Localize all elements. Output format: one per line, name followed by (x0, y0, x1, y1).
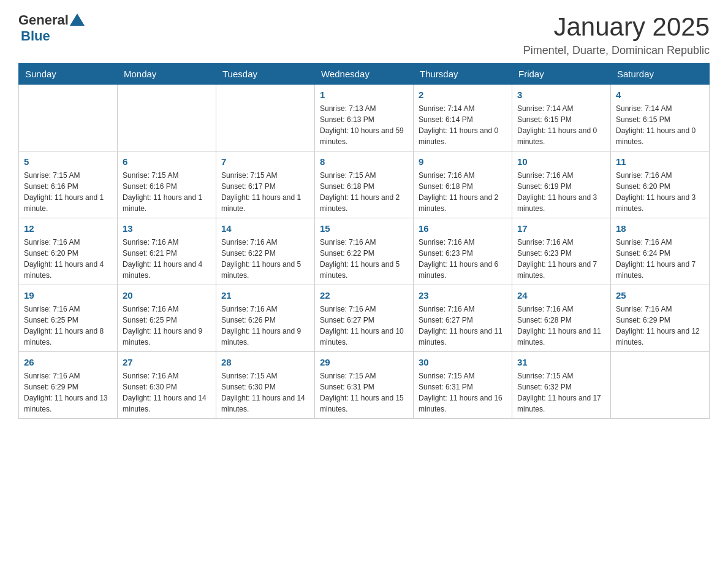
calendar-header-saturday: Saturday (611, 64, 710, 85)
day-info: Sunrise: 7:14 AMSunset: 6:15 PMDaylight:… (517, 103, 605, 147)
calendar-cell: 26Sunrise: 7:16 AMSunset: 6:29 PMDayligh… (19, 352, 118, 419)
day-info: Sunrise: 7:16 AMSunset: 6:26 PMDaylight:… (221, 304, 309, 348)
calendar-cell: 17Sunrise: 7:16 AMSunset: 6:23 PMDayligh… (512, 218, 611, 285)
day-info: Sunrise: 7:16 AMSunset: 6:27 PMDaylight:… (419, 304, 507, 348)
calendar-cell: 1Sunrise: 7:13 AMSunset: 6:13 PMDaylight… (315, 85, 414, 151)
calendar-cell: 27Sunrise: 7:16 AMSunset: 6:30 PMDayligh… (118, 352, 216, 419)
logo-blue-text: Blue (21, 28, 50, 44)
day-info: Sunrise: 7:16 AMSunset: 6:30 PMDaylight:… (123, 370, 211, 415)
day-number: 4 (616, 88, 704, 101)
day-number: 29 (320, 356, 408, 369)
day-number: 22 (320, 289, 408, 302)
day-info: Sunrise: 7:16 AMSunset: 6:19 PMDaylight:… (517, 170, 605, 214)
logo: General Blue (18, 12, 85, 44)
day-info: Sunrise: 7:16 AMSunset: 6:22 PMDaylight:… (320, 237, 408, 281)
calendar-cell: 15Sunrise: 7:16 AMSunset: 6:22 PMDayligh… (315, 218, 414, 285)
calendar-week-4: 19Sunrise: 7:16 AMSunset: 6:25 PMDayligh… (19, 285, 710, 352)
day-number: 18 (616, 222, 704, 235)
logo-triangle-icon (70, 13, 85, 26)
calendar-cell: 10Sunrise: 7:16 AMSunset: 6:19 PMDayligh… (512, 151, 611, 218)
calendar-cell: 30Sunrise: 7:15 AMSunset: 6:31 PMDayligh… (414, 352, 512, 419)
month-title: January 2025 (523, 12, 710, 42)
calendar-cell: 21Sunrise: 7:16 AMSunset: 6:26 PMDayligh… (216, 285, 315, 352)
calendar-cell: 6Sunrise: 7:15 AMSunset: 6:16 PMDaylight… (118, 151, 216, 218)
day-info: Sunrise: 7:14 AMSunset: 6:14 PMDaylight:… (419, 103, 507, 147)
calendar-header-monday: Monday (118, 64, 216, 85)
calendar-cell: 4Sunrise: 7:14 AMSunset: 6:15 PMDaylight… (611, 85, 710, 151)
day-number: 3 (517, 88, 605, 101)
day-number: 1 (320, 88, 408, 101)
calendar-cell (611, 352, 710, 419)
calendar-cell (19, 85, 118, 151)
calendar-cell: 5Sunrise: 7:15 AMSunset: 6:16 PMDaylight… (19, 151, 118, 218)
calendar-cell: 12Sunrise: 7:16 AMSunset: 6:20 PMDayligh… (19, 218, 118, 285)
day-number: 14 (221, 222, 309, 235)
calendar-cell: 22Sunrise: 7:16 AMSunset: 6:27 PMDayligh… (315, 285, 414, 352)
day-number: 8 (320, 155, 408, 168)
calendar-week-3: 12Sunrise: 7:16 AMSunset: 6:20 PMDayligh… (19, 218, 710, 285)
calendar-cell: 11Sunrise: 7:16 AMSunset: 6:20 PMDayligh… (611, 151, 710, 218)
calendar-cell: 2Sunrise: 7:14 AMSunset: 6:14 PMDaylight… (414, 85, 512, 151)
day-info: Sunrise: 7:14 AMSunset: 6:15 PMDaylight:… (616, 103, 704, 147)
day-number: 21 (221, 289, 309, 302)
day-number: 30 (419, 356, 507, 369)
day-info: Sunrise: 7:15 AMSunset: 6:32 PMDaylight:… (517, 370, 605, 415)
day-number: 15 (320, 222, 408, 235)
page-header: General Blue January 2025 Pimentel, Duar… (18, 12, 710, 57)
calendar-header-sunday: Sunday (19, 64, 118, 85)
day-number: 20 (123, 289, 211, 302)
logo-general-text: General (18, 12, 69, 28)
day-number: 11 (616, 155, 704, 168)
day-info: Sunrise: 7:16 AMSunset: 6:29 PMDaylight:… (616, 304, 704, 348)
day-info: Sunrise: 7:16 AMSunset: 6:25 PMDaylight:… (24, 304, 112, 348)
calendar-cell: 25Sunrise: 7:16 AMSunset: 6:29 PMDayligh… (611, 285, 710, 352)
day-number: 7 (221, 155, 309, 168)
calendar-cell: 13Sunrise: 7:16 AMSunset: 6:21 PMDayligh… (118, 218, 216, 285)
day-info: Sunrise: 7:16 AMSunset: 6:18 PMDaylight:… (419, 170, 507, 214)
calendar-cell: 3Sunrise: 7:14 AMSunset: 6:15 PMDaylight… (512, 85, 611, 151)
day-number: 27 (123, 356, 211, 369)
day-number: 24 (517, 289, 605, 302)
calendar-cell: 9Sunrise: 7:16 AMSunset: 6:18 PMDaylight… (414, 151, 512, 218)
calendar-cell: 16Sunrise: 7:16 AMSunset: 6:23 PMDayligh… (414, 218, 512, 285)
day-number: 23 (419, 289, 507, 302)
day-number: 19 (24, 289, 112, 302)
calendar-header-friday: Friday (512, 64, 611, 85)
day-info: Sunrise: 7:16 AMSunset: 6:29 PMDaylight:… (24, 370, 112, 415)
title-area: January 2025 Pimentel, Duarte, Dominican… (523, 12, 710, 57)
day-number: 5 (24, 155, 112, 168)
day-number: 13 (123, 222, 211, 235)
day-number: 26 (24, 356, 112, 369)
calendar-cell: 20Sunrise: 7:16 AMSunset: 6:25 PMDayligh… (118, 285, 216, 352)
day-info: Sunrise: 7:15 AMSunset: 6:18 PMDaylight:… (320, 170, 408, 214)
day-info: Sunrise: 7:16 AMSunset: 6:22 PMDaylight:… (221, 237, 309, 281)
day-info: Sunrise: 7:16 AMSunset: 6:21 PMDaylight:… (123, 237, 211, 281)
calendar-cell: 8Sunrise: 7:15 AMSunset: 6:18 PMDaylight… (315, 151, 414, 218)
day-number: 17 (517, 222, 605, 235)
location: Pimentel, Duarte, Dominican Republic (523, 44, 710, 57)
calendar-table: SundayMondayTuesdayWednesdayThursdayFrid… (18, 63, 710, 419)
calendar-header-thursday: Thursday (414, 64, 512, 85)
day-info: Sunrise: 7:15 AMSunset: 6:31 PMDaylight:… (419, 370, 507, 415)
calendar-header-wednesday: Wednesday (315, 64, 414, 85)
day-info: Sunrise: 7:16 AMSunset: 6:20 PMDaylight:… (24, 237, 112, 281)
calendar-header-row: SundayMondayTuesdayWednesdayThursdayFrid… (19, 64, 710, 85)
day-info: Sunrise: 7:16 AMSunset: 6:27 PMDaylight:… (320, 304, 408, 348)
day-info: Sunrise: 7:15 AMSunset: 6:16 PMDaylight:… (123, 170, 211, 214)
calendar-cell (216, 85, 315, 151)
calendar-cell: 23Sunrise: 7:16 AMSunset: 6:27 PMDayligh… (414, 285, 512, 352)
day-info: Sunrise: 7:15 AMSunset: 6:17 PMDaylight:… (221, 170, 309, 214)
day-info: Sunrise: 7:15 AMSunset: 6:30 PMDaylight:… (221, 370, 309, 415)
calendar-cell: 28Sunrise: 7:15 AMSunset: 6:30 PMDayligh… (216, 352, 315, 419)
calendar-cell: 14Sunrise: 7:16 AMSunset: 6:22 PMDayligh… (216, 218, 315, 285)
day-info: Sunrise: 7:15 AMSunset: 6:16 PMDaylight:… (24, 170, 112, 214)
day-info: Sunrise: 7:16 AMSunset: 6:25 PMDaylight:… (123, 304, 211, 348)
day-number: 31 (517, 356, 605, 369)
calendar-cell: 24Sunrise: 7:16 AMSunset: 6:28 PMDayligh… (512, 285, 611, 352)
day-number: 9 (419, 155, 507, 168)
day-info: Sunrise: 7:16 AMSunset: 6:23 PMDaylight:… (419, 237, 507, 281)
day-number: 28 (221, 356, 309, 369)
calendar-cell: 19Sunrise: 7:16 AMSunset: 6:25 PMDayligh… (19, 285, 118, 352)
day-number: 10 (517, 155, 605, 168)
day-number: 12 (24, 222, 112, 235)
